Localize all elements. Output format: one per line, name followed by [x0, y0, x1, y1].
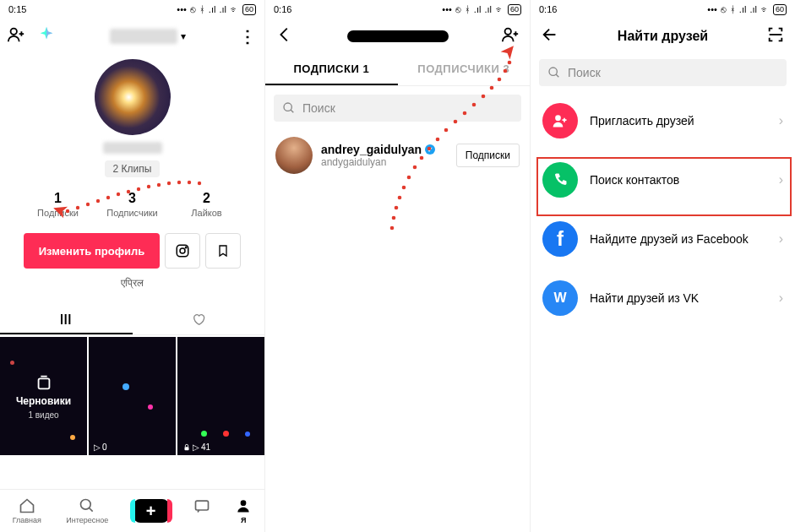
- svg-point-47: [549, 68, 557, 75]
- verified-icon: ✓: [425, 144, 435, 155]
- profile-tabs: [0, 306, 264, 335]
- vk-icon: W: [542, 280, 578, 316]
- tab-followers[interactable]: ПОДПИСЧИКИ 3: [398, 54, 531, 85]
- bottom-nav: Главная Интересное + Я: [0, 489, 264, 532]
- drafts-tile[interactable]: Черновики 1 видео: [0, 337, 87, 455]
- title-redacted: [347, 30, 449, 42]
- nav-create[interactable]: +: [133, 499, 169, 523]
- add-friend-icon[interactable]: [7, 25, 25, 47]
- clock: 0:15: [8, 4, 26, 14]
- bio-text: एप्रिल: [0, 277, 264, 289]
- back-icon[interactable]: [541, 25, 559, 47]
- status-icons: •••⎋ᚼ.ıl.ılᯤ 60: [177, 4, 256, 15]
- invite-icon: [542, 103, 578, 138]
- svg-rect-4: [61, 314, 63, 324]
- following-header: [265, 19, 530, 54]
- svg-point-2: [180, 248, 185, 253]
- play-count: ▷ 0: [94, 442, 107, 452]
- screen-following: 0:16 •••⎋ᚼ.ıl.ılᯤ 60 ПОДПИСКИ 1 ПОДПИСЧИ…: [265, 0, 531, 532]
- svg-rect-5: [65, 314, 67, 324]
- tab-grid[interactable]: [0, 306, 133, 334]
- page-title: Найти друзей: [618, 29, 708, 44]
- search-input[interactable]: Поиск: [274, 95, 521, 122]
- svg-point-28: [390, 226, 395, 231]
- follow-tabs: ПОДПИСКИ 1 ПОДПИСЧИКИ 3: [265, 54, 530, 86]
- nav-inbox[interactable]: [193, 497, 210, 524]
- bookmark-button[interactable]: [205, 233, 241, 269]
- svg-point-25: [198, 182, 201, 185]
- svg-point-9: [81, 500, 91, 510]
- svg-rect-10: [195, 501, 208, 510]
- following-button[interactable]: Подписки: [456, 144, 520, 167]
- nav-me[interactable]: Я: [235, 497, 252, 524]
- option-invite[interactable]: Пригласить друзей ›: [531, 91, 795, 150]
- facebook-icon: f: [542, 221, 578, 257]
- option-vk[interactable]: W Найти друзей из VK ›: [531, 269, 795, 328]
- chevron-right-icon: ›: [779, 172, 783, 187]
- edit-profile-button[interactable]: Изменить профиль: [24, 233, 161, 269]
- clips-pill[interactable]: 2 Клипы: [105, 160, 161, 177]
- back-icon[interactable]: [275, 25, 294, 47]
- stat-likes[interactable]: 2 Лайков: [177, 191, 237, 218]
- stats-row: 1 Подписки 3 Подписчики 2 Лайков: [0, 191, 264, 218]
- chevron-down-icon: ▾: [181, 30, 186, 42]
- svg-point-23: [177, 181, 181, 184]
- svg-point-21: [157, 183, 161, 187]
- clock: 0:16: [539, 4, 557, 14]
- stat-following[interactable]: 1 Подписки: [29, 191, 88, 218]
- profile-header: ▾ ⋮: [0, 19, 264, 54]
- chevron-right-icon: ›: [779, 290, 783, 306]
- qr-scan-icon[interactable]: [766, 25, 785, 47]
- svg-point-24: [188, 181, 191, 184]
- status-bar: 0:16 •••⎋ᚼ.ıl.ılᯤ 60: [265, 0, 530, 19]
- tab-following[interactable]: ПОДПИСКИ 1: [265, 54, 398, 85]
- user-avatar: [275, 137, 313, 174]
- svg-point-0: [11, 29, 17, 35]
- status-icons: •••⎋ᚼ.ıl.ılᯤ 60: [442, 4, 521, 15]
- video-thumb[interactable]: ▷ 0: [89, 337, 176, 455]
- username-dropdown[interactable]: ▾: [110, 29, 186, 44]
- svg-rect-8: [185, 447, 189, 450]
- svg-rect-6: [69, 314, 71, 324]
- clock: 0:16: [274, 4, 291, 14]
- svg-point-20: [147, 185, 150, 188]
- user-row[interactable]: andrey_gaidulyan ✓ andygaidulyan Подписк…: [265, 130, 530, 181]
- search-input[interactable]: Поиск: [539, 59, 787, 86]
- user-name: andrey_gaidulyan ✓: [321, 143, 448, 156]
- svg-point-22: [167, 182, 171, 185]
- more-menu-icon[interactable]: ⋮: [239, 26, 254, 46]
- svg-rect-7: [38, 378, 49, 388]
- screen-find-friends: 0:16 •••⎋ᚼ.ıl.ılᯤ 60 Найти друзей Поиск …: [531, 0, 795, 532]
- svg-point-26: [505, 29, 511, 35]
- user-handle: andygaidulyan: [321, 156, 448, 168]
- stat-followers[interactable]: 3 Подписчики: [103, 191, 162, 218]
- add-friend-icon[interactable]: [501, 25, 520, 47]
- svg-point-29: [392, 216, 396, 220]
- tab-liked[interactable]: [133, 306, 265, 334]
- handle-blurred: [103, 142, 162, 154]
- phone-icon: [542, 162, 578, 198]
- svg-point-3: [186, 247, 188, 248]
- instagram-button[interactable]: [165, 233, 200, 269]
- svg-point-43: [490, 86, 494, 90]
- sparkle-icon[interactable]: [37, 25, 56, 47]
- nav-home[interactable]: Главная: [13, 497, 41, 524]
- search-placeholder: Поиск: [302, 101, 335, 115]
- svg-point-27: [284, 103, 291, 111]
- svg-point-30: [395, 206, 399, 210]
- screen-profile: 0:15 •••⎋ᚼ.ıl.ılᯤ 60 ▾ ⋮: [0, 0, 265, 532]
- username-blurred: [110, 29, 177, 44]
- nav-discover[interactable]: Интересное: [66, 497, 108, 524]
- chevron-right-icon: ›: [779, 113, 783, 128]
- video-thumb[interactable]: ▷ 41: [177, 337, 264, 455]
- status-bar: 0:16 •••⎋ᚼ.ıl.ılᯤ 60: [531, 0, 795, 19]
- option-facebook[interactable]: f Найдите друзей из Facebook ›: [531, 209, 795, 269]
- svg-point-48: [555, 115, 561, 121]
- svg-point-31: [398, 196, 402, 200]
- svg-point-11: [241, 500, 247, 506]
- status-bar: 0:15 •••⎋ᚼ.ıl.ılᯤ 60: [0, 0, 264, 19]
- status-icons: •••⎋ᚼ.ıl.ılᯤ 60: [707, 4, 787, 15]
- avatar[interactable]: [95, 59, 171, 135]
- find-friends-header: Найти друзей: [531, 19, 795, 54]
- option-contacts[interactable]: Поиск контактов ›: [531, 150, 795, 209]
